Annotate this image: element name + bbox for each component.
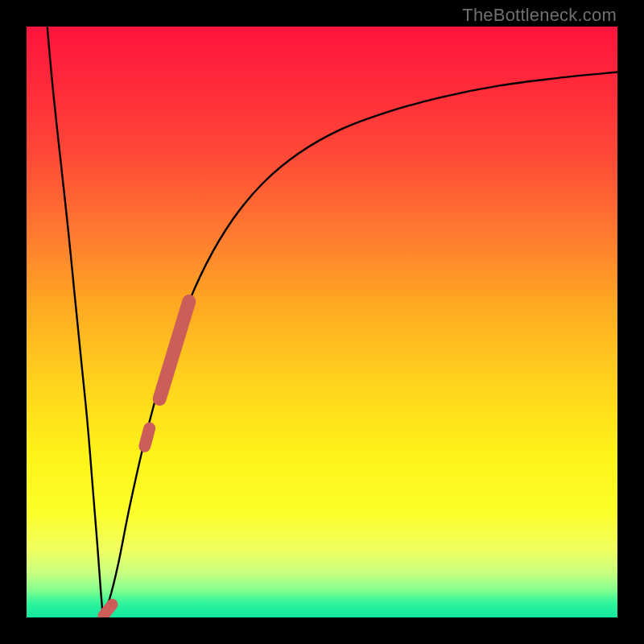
gradient-background [27, 27, 617, 617]
plot-svg [27, 27, 617, 617]
highlight-mid-dot [145, 428, 150, 446]
watermark-text: TheBottleneck.com [462, 5, 617, 26]
chart-frame: TheBottleneck.com [0, 0, 644, 644]
plot-area [27, 27, 617, 617]
highlight-lower-dot [103, 605, 112, 616]
